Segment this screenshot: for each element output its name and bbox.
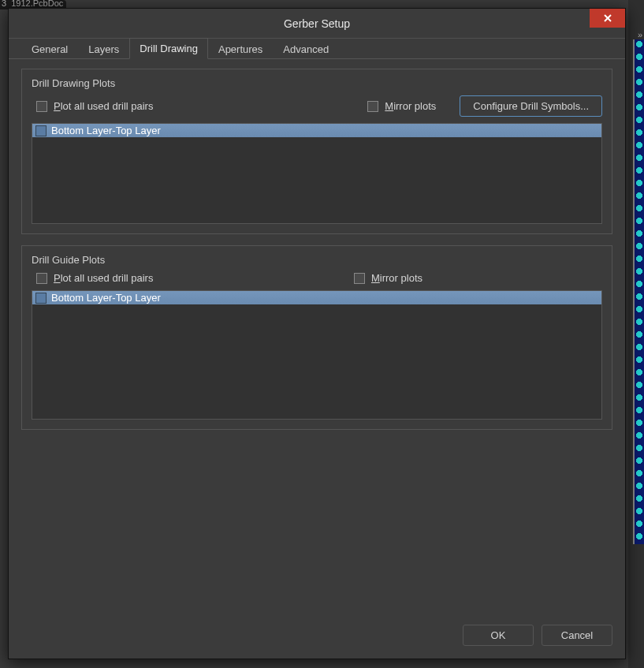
plot-all-drill-pairs-label[interactable]: Plot all used drill pairs <box>54 272 153 284</box>
list-item-label: Bottom Layer-Top Layer <box>51 125 161 136</box>
list-item[interactable]: Bottom Layer-Top Layer <box>32 124 601 137</box>
drill-drawing-options-row: Plot all used drill pairs Mirror plots C… <box>32 95 602 117</box>
titlebar: Gerber Setup <box>9 9 625 39</box>
drill-drawing-plots-group: Drill Drawing Plots Plot all used drill … <box>21 69 612 234</box>
list-item-checkbox[interactable] <box>35 293 47 304</box>
content-area: Drill Drawing Plots Plot all used drill … <box>9 59 625 615</box>
panel-chevrons-icon: » <box>638 30 642 39</box>
pcb-minimap-decoration <box>633 39 644 544</box>
mirror-plots-label[interactable]: Mirror plots <box>385 100 436 112</box>
dialog-title: Gerber Setup <box>9 17 625 30</box>
drill-guide-options-row: Plot all used drill pairs Mirror plots <box>32 272 602 284</box>
ok-button[interactable]: OK <box>463 625 534 646</box>
mirror-plots-checkbox[interactable] <box>367 101 378 112</box>
plot-all-drill-pairs-checkbox[interactable] <box>36 101 47 112</box>
drill-drawing-layer-list[interactable]: Bottom Layer-Top Layer <box>32 123 602 224</box>
mirror-plots-label[interactable]: Mirror plots <box>371 272 423 284</box>
configure-drill-symbols-button[interactable]: Configure Drill Symbols... <box>460 95 602 117</box>
tabbar: General Layers Drill Drawing Apertures A… <box>9 39 625 59</box>
list-item[interactable]: Bottom Layer-Top Layer <box>32 291 601 304</box>
drill-guide-plots-group: Drill Guide Plots Plot all used drill pa… <box>21 245 612 430</box>
tab-advanced[interactable]: Advanced <box>273 39 339 59</box>
tab-drill-drawing[interactable]: Drill Drawing <box>129 38 208 59</box>
tab-general[interactable]: General <box>21 39 78 59</box>
gerber-setup-dialog: Gerber Setup General Layers Drill Drawin… <box>8 8 626 659</box>
mirror-plots-checkbox[interactable] <box>354 273 365 284</box>
group-label: Drill Guide Plots <box>32 254 602 266</box>
cancel-button[interactable]: Cancel <box>542 625 612 646</box>
background-right-strip: » <box>628 0 644 668</box>
list-item-checkbox[interactable] <box>35 125 47 136</box>
close-button[interactable] <box>590 9 625 28</box>
list-item-label: Bottom Layer-Top Layer <box>51 292 161 304</box>
group-label: Drill Drawing Plots <box>32 77 602 89</box>
plot-all-drill-pairs-label[interactable]: Plot all used drill pairs <box>54 100 153 112</box>
drill-guide-layer-list[interactable]: Bottom Layer-Top Layer <box>32 290 602 420</box>
tab-apertures[interactable]: Apertures <box>208 39 273 59</box>
close-icon <box>603 13 612 23</box>
tab-layers[interactable]: Layers <box>78 39 129 59</box>
dialog-footer: OK Cancel <box>9 615 625 659</box>
plot-all-drill-pairs-checkbox[interactable] <box>36 273 47 284</box>
